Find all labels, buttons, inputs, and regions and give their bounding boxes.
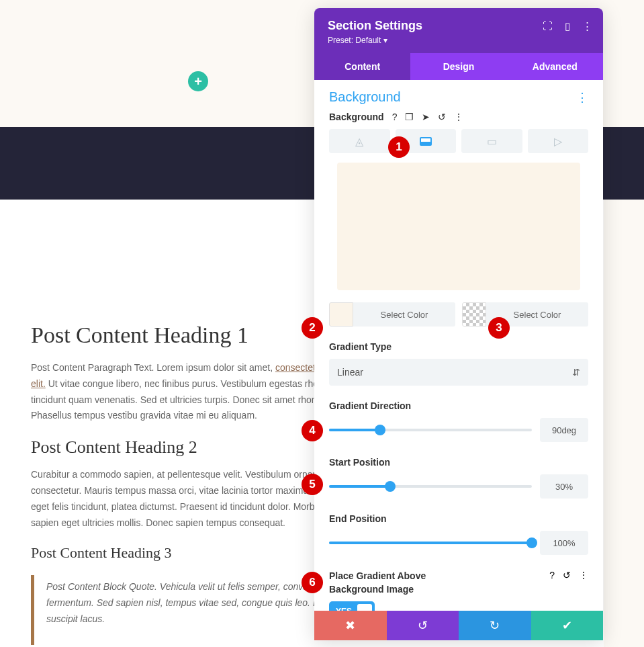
redo-button[interactable]: ↻: [459, 611, 531, 640]
panel-menu-icon[interactable]: ⋮: [582, 20, 592, 32]
field-menu-icon[interactable]: ⋮: [579, 570, 588, 580]
gradient-direction-label: Gradient Direction: [329, 400, 588, 411]
gradient-direction-input[interactable]: [540, 418, 588, 442]
panel-tabs: Content Design Advanced: [314, 53, 603, 80]
paint-bucket-icon: ◬: [355, 135, 363, 148]
add-section-button[interactable]: +: [188, 71, 208, 91]
select-color-1-button[interactable]: Select Color: [353, 302, 455, 327]
toggle-yes-text: YES: [336, 607, 352, 611]
help-icon[interactable]: ?: [549, 570, 555, 580]
panel-header[interactable]: Section Settings Preset: Default ▾ ⛶ ▯ ⋮: [314, 8, 603, 53]
end-position-slider[interactable]: [329, 542, 532, 544]
panel-footer: ✖ ↺ ↻ ✔: [314, 611, 603, 640]
gradient-type-value: Linear: [337, 367, 363, 378]
check-icon: ✔: [562, 618, 572, 633]
section-settings-panel: Section Settings Preset: Default ▾ ⛶ ▯ ⋮…: [314, 8, 603, 640]
gradient-color-2-swatch[interactable]: [462, 302, 486, 327]
para1-text-a: Post Content Paragraph Text. Lorem ipsum…: [31, 362, 275, 373]
gradient-color-1-swatch[interactable]: [329, 302, 353, 327]
gradient-direction-slider[interactable]: [329, 429, 532, 431]
marker-2: 2: [302, 317, 323, 339]
cancel-button[interactable]: ✖: [314, 611, 387, 640]
start-position-input[interactable]: [540, 474, 588, 499]
undo-button[interactable]: ↺: [387, 611, 459, 640]
bg-tab-video[interactable]: ▷: [528, 129, 589, 153]
chevron-updown-icon: ⇵: [572, 367, 580, 378]
marker-5: 5: [302, 474, 323, 495]
background-label: Background: [329, 112, 384, 122]
columns-icon[interactable]: ▯: [565, 20, 570, 32]
device-icon[interactable]: ❐: [405, 112, 414, 122]
panel-body: Background ⋮ Background ? ❐ ➤ ↺ ⋮ ◬: [314, 80, 603, 611]
start-position-label: Start Position: [329, 457, 588, 468]
slider-thumb[interactable]: [375, 425, 385, 435]
place-gradient-toggle[interactable]: YES: [329, 601, 375, 611]
save-button[interactable]: ✔: [531, 611, 604, 640]
background-preview: [337, 163, 580, 290]
close-icon: ✖: [345, 618, 355, 633]
page-right-band: [604, 200, 644, 647]
marker-3: 3: [488, 317, 510, 339]
bg-tab-color[interactable]: ◬: [329, 129, 390, 153]
toggle-knob: [357, 604, 372, 611]
video-icon: ▷: [554, 135, 562, 148]
place-gradient-label: Place Gradient Above Background Image: [329, 570, 450, 596]
image-icon: ▭: [487, 135, 497, 148]
panel-preset[interactable]: Preset: Default ▾: [328, 36, 590, 45]
end-position-label: End Position: [329, 513, 588, 524]
help-icon[interactable]: ?: [392, 112, 398, 122]
section-heading-background[interactable]: Background: [329, 89, 401, 105]
reset-icon[interactable]: ↺: [563, 570, 571, 580]
gradient-type-select[interactable]: Linear ⇵: [329, 359, 588, 386]
slider-thumb[interactable]: [526, 537, 537, 548]
expand-icon[interactable]: ⛶: [543, 20, 553, 32]
hover-icon[interactable]: ➤: [422, 112, 430, 122]
marker-6: 6: [302, 572, 323, 593]
plus-icon: +: [194, 74, 202, 89]
bg-tab-image[interactable]: ▭: [461, 129, 522, 153]
redo-icon: ↻: [490, 618, 500, 633]
end-position-input[interactable]: [540, 531, 588, 555]
tab-advanced[interactable]: Advanced: [507, 53, 603, 80]
gradient-type-label: Gradient Type: [329, 341, 588, 352]
slider-thumb[interactable]: [385, 481, 396, 492]
tab-design[interactable]: Design: [410, 53, 506, 80]
undo-icon: ↺: [418, 618, 428, 633]
tab-content[interactable]: Content: [314, 53, 410, 80]
reset-icon[interactable]: ↺: [438, 112, 446, 122]
gradient-icon: [420, 137, 432, 146]
start-position-slider[interactable]: [329, 485, 532, 488]
field-menu-icon[interactable]: ⋮: [454, 112, 463, 122]
section-menu-icon[interactable]: ⋮: [576, 90, 588, 105]
marker-4: 4: [302, 420, 323, 441]
para1-text-b: Ut vitae congue libero, nec finibus puru…: [31, 378, 363, 421]
marker-1: 1: [388, 136, 410, 158]
